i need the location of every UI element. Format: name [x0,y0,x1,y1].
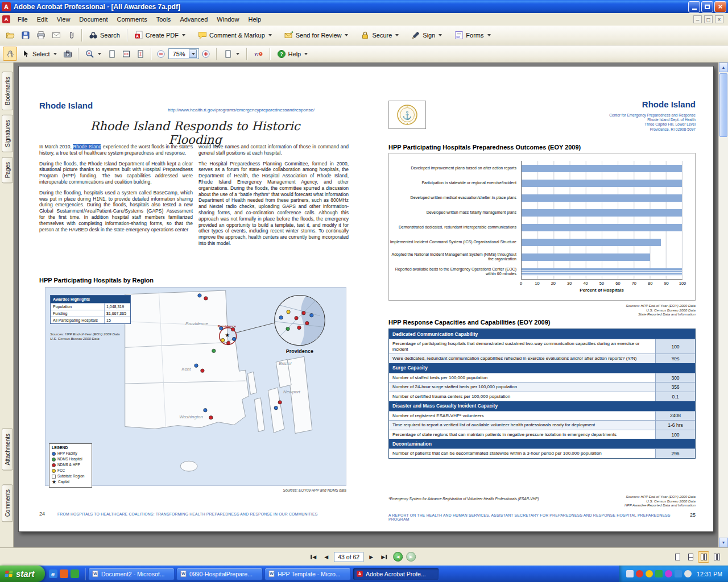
highlights-label: Population [51,304,104,310]
yahoo-messenger-button[interactable]: Y! [250,47,267,61]
quick-launch-icon[interactable] [71,569,79,578]
zoom-level-field[interactable]: 75% [168,48,199,59]
sign-button[interactable]: Sign [407,28,446,43]
zoom-in-button[interactable] [199,47,213,61]
tray-icon[interactable] [636,570,643,577]
actual-size-button[interactable] [105,47,119,61]
zoom-dropdown-button[interactable] [189,49,197,58]
tray-icon[interactable] [626,570,634,577]
save-button[interactable] [18,28,32,43]
table-row-label: Number of staffed beds per 100,000 popul… [389,373,655,383]
fit-page-button[interactable] [134,47,148,61]
attach-button[interactable] [64,28,78,43]
map-marker-ndms-hpp [231,327,234,331]
tray-icon[interactable] [646,570,653,577]
next-view-button[interactable]: ▶ [406,552,416,562]
page-indicator-field[interactable]: 43 of 62 [334,552,363,562]
menu-advanced[interactable]: Advanced [175,14,212,25]
chart-tick-label: 80 [648,281,652,286]
email-button[interactable] [49,28,63,43]
menu-window[interactable]: Window [212,14,243,25]
doc-restore-button[interactable]: □ [704,15,713,23]
zoom-tool-button[interactable] [81,47,105,61]
search-button[interactable]: Search [85,28,124,43]
create-pdf-button[interactable]: ACreate PDF [130,28,189,43]
continuous-view-button[interactable] [685,551,696,563]
chevron-down-icon [182,34,185,36]
taskbar-button[interactable]: AAdobe Acrobat Profe... [353,568,439,580]
single-page-view-button[interactable] [672,551,683,563]
map-marker-fcc [287,310,290,314]
taskbar-button-label: HPP Template - Micro... [278,571,340,577]
scroll-down-button[interactable]: ▼ [719,538,728,547]
last-page-button[interactable]: ▶ [379,551,390,562]
taskbar-button[interactable]: WDocument2 - Microsof... [88,568,175,580]
taskbar-button[interactable]: W0990-HospitalPrepare... [176,568,263,580]
next-page-button[interactable]: ▶ [366,551,377,562]
table-row: Number of 24-hour surge staffed beds per… [389,382,695,392]
select-tool-button[interactable]: Select [17,47,61,61]
fit-width-button[interactable] [119,47,134,61]
open-button[interactable] [3,28,17,43]
zoom-out-button[interactable] [154,47,168,61]
select-arrow-icon [21,49,30,59]
tray-icon[interactable] [655,570,663,577]
chart-bar [522,165,682,172]
restore-button[interactable] [701,1,713,13]
scroll-up-button[interactable]: ▲ [719,63,728,72]
quick-launch-icon[interactable]: e [49,569,57,578]
help-button[interactable]: ? Help [273,47,312,61]
legend-label: HPP Facility [57,451,77,456]
secure-button[interactable]: Secure [357,28,403,43]
doc-close-button[interactable]: × [715,15,723,23]
scrollbar-thumb[interactable] [719,73,727,137]
sidebar-tab-comments[interactable]: Comments [2,484,13,522]
toolbar-separator [127,29,127,41]
continuous-facing-view-button[interactable] [698,551,709,563]
previous-page-button[interactable]: ◀ [321,551,332,562]
menu-tools[interactable]: Tools [152,14,176,25]
forms-button[interactable]: Forms [450,28,494,43]
menu-edit[interactable]: Edit [32,14,52,25]
chart-track [521,235,682,250]
menu-view[interactable]: View [52,14,75,25]
facing-view-button[interactable] [711,551,722,563]
menu-document[interactable]: Document [75,14,112,25]
comment-markup-button[interactable]: Comment & Markup [194,28,276,43]
secure-icon [361,31,370,40]
page-display-button[interactable] [220,47,243,61]
snapshot-tool-button[interactable] [61,47,75,61]
legend-label: FCC [57,468,65,473]
taskbar-button[interactable]: WHPP Template - Micro... [264,568,351,580]
quick-launch-icon[interactable] [60,569,68,578]
sidebar-tab-bookmarks[interactable]: Bookmarks [2,72,13,110]
fit-page-icon [136,49,145,59]
inset-title: Providence [286,348,313,354]
sidebar-tab-attachments[interactable]: Attachments [2,429,13,471]
pdf-document-icon[interactable]: A [2,15,10,23]
send-for-review-button[interactable]: Send for Review [280,28,353,43]
doc-minimize-button[interactable]: – [693,15,702,23]
left-page-url[interactable]: http://www.health.ri.gov/programs/emerge… [168,107,315,113]
close-button[interactable]: × [714,1,726,13]
vertical-scrollbar[interactable]: ▲ ▼ [718,63,728,547]
chart-track [521,220,682,235]
sidebar-tab-signatures[interactable]: Signatures [2,115,13,152]
tray-icon[interactable] [684,570,692,577]
menu-file[interactable]: File [13,14,32,25]
print-button[interactable] [34,28,48,43]
chart-title: HPP Participating Hospitals Preparedness… [388,144,581,151]
tray-icon[interactable] [665,570,672,577]
tray-icon[interactable] [675,570,682,577]
hand-tool-button[interactable] [3,47,17,61]
previous-view-button[interactable]: ◀ [393,552,403,562]
sidebar-tab-pages[interactable]: Pages [2,157,13,183]
island-shape [268,388,284,433]
menu-comments[interactable]: Comments [113,14,152,25]
start-button[interactable]: start [0,566,45,582]
article-paragraph: would have names and contact information… [198,144,349,156]
minimize-button[interactable] [688,1,700,13]
first-page-button[interactable]: ◀ [308,551,318,562]
chart-sources-line: U.S. Census Bureau 2000 Data [388,308,696,313]
menu-help[interactable]: Help [243,14,266,25]
